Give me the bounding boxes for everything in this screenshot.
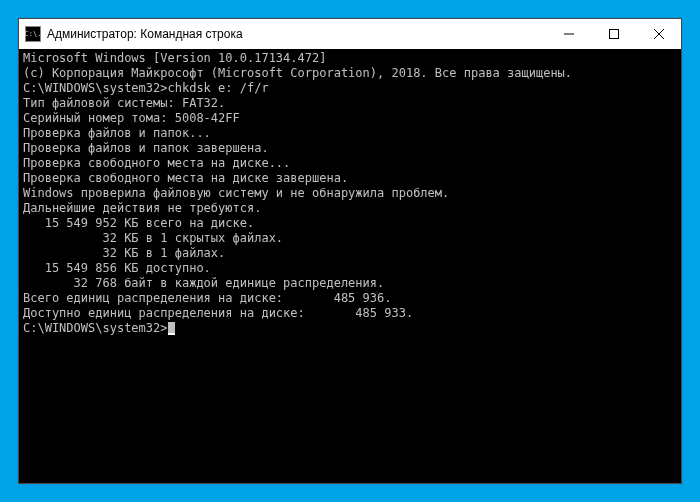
output-line: 15 549 952 КБ всего на диске. bbox=[23, 216, 677, 231]
output-line: 15 549 856 КБ доступно. bbox=[23, 261, 677, 276]
output-line: Проверка файлов и папок... bbox=[23, 126, 677, 141]
output-line: Проверка свободного места на диске... bbox=[23, 156, 677, 171]
prompt-path: C:\WINDOWS\system32> bbox=[23, 81, 168, 95]
maximize-button[interactable] bbox=[591, 19, 636, 49]
output-line: Тип файловой системы: FAT32. bbox=[23, 96, 677, 111]
output-line: 32 КБ в 1 скрытых файлах. bbox=[23, 231, 677, 246]
prompt-line: C:\WINDOWS\system32>chkdsk e: /f/r bbox=[23, 81, 677, 96]
minimize-icon bbox=[564, 29, 574, 39]
output-line: Проверка файлов и папок завершена. bbox=[23, 141, 677, 156]
output-line: Серийный номер тома: 5008-42FF bbox=[23, 111, 677, 126]
output-line: 32 768 байт в каждой единице распределен… bbox=[23, 276, 677, 291]
output-line: Проверка свободного места на диске завер… bbox=[23, 171, 677, 186]
prompt-path: C:\WINDOWS\system32> bbox=[23, 321, 168, 335]
command-prompt-window: C:\. Администратор: Командная строка Mic… bbox=[18, 18, 682, 484]
output-line: 32 КБ в 1 файлах. bbox=[23, 246, 677, 261]
minimize-button[interactable] bbox=[546, 19, 591, 49]
prompt-line: C:\WINDOWS\system32> bbox=[23, 321, 677, 336]
output-line: Microsoft Windows [Version 10.0.17134.47… bbox=[23, 51, 677, 66]
cmd-icon: C:\. bbox=[25, 26, 41, 42]
window-controls bbox=[546, 19, 681, 49]
output-line: Доступно единиц распределения на диске: … bbox=[23, 306, 677, 321]
titlebar[interactable]: C:\. Администратор: Командная строка bbox=[19, 19, 681, 49]
close-icon bbox=[654, 29, 664, 39]
entered-command: chkdsk e: /f/r bbox=[168, 81, 269, 95]
output-line: Всего единиц распределения на диске: 485… bbox=[23, 291, 677, 306]
window-title: Администратор: Командная строка bbox=[47, 27, 243, 41]
cursor bbox=[168, 322, 175, 335]
maximize-icon bbox=[609, 29, 619, 39]
svg-rect-1 bbox=[609, 30, 618, 39]
terminal-output[interactable]: Microsoft Windows [Version 10.0.17134.47… bbox=[19, 49, 681, 483]
output-line: Дальнейшие действия не требуются. bbox=[23, 201, 677, 216]
output-line: Windows проверила файловую систему и не … bbox=[23, 186, 677, 201]
output-line: (c) Корпорация Майкрософт (Microsoft Cor… bbox=[23, 66, 677, 81]
close-button[interactable] bbox=[636, 19, 681, 49]
